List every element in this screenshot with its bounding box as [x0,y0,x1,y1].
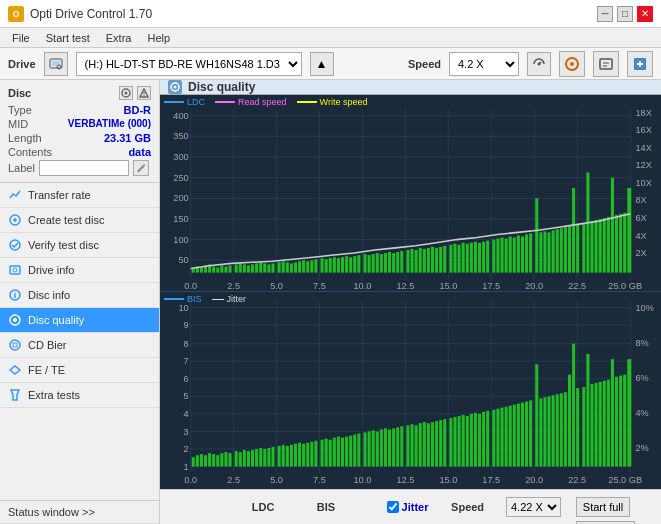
speed-select[interactable]: 4.2 X [449,52,519,76]
svg-rect-266 [384,429,387,467]
svg-rect-118 [396,252,399,273]
speed-icon-btn[interactable] [527,52,551,76]
svg-rect-128 [439,247,442,273]
label-input[interactable] [39,160,129,176]
svg-rect-90 [278,262,281,272]
svg-rect-272 [411,424,414,466]
verify-test-disc-icon [8,238,22,252]
sidebar-item-disc-info[interactable]: Disc info [0,283,159,308]
svg-rect-101 [325,259,328,272]
svg-text:2.5: 2.5 [227,475,240,485]
disc-info-icon [8,288,22,302]
menu-help[interactable]: Help [139,30,178,46]
svg-text:8X: 8X [635,195,646,205]
extra-tests-label: Extra tests [28,389,80,401]
svg-rect-134 [466,244,469,273]
speed-dropdown[interactable]: 4.22 X [506,497,561,517]
svg-rect-161 [582,223,585,273]
drive-label: Drive [8,58,36,70]
svg-rect-273 [415,425,418,466]
svg-rect-224 [204,455,207,466]
label-edit-btn[interactable] [133,160,149,176]
svg-rect-94 [294,262,297,272]
svg-rect-98 [310,260,313,272]
toolbar-btn1[interactable] [559,51,585,77]
svg-rect-100 [321,258,324,272]
start-full-button[interactable]: Start full [576,497,630,517]
sidebar-item-verify-test-disc[interactable]: Verify test disc [0,233,159,258]
svg-rect-131 [453,244,456,273]
transfer-rate-icon [8,188,22,202]
svg-text:17.5: 17.5 [482,281,500,291]
disc-panel-title: Disc [8,87,31,99]
start-part-button[interactable]: Start part [576,521,635,525]
svg-rect-237 [259,448,262,467]
close-button[interactable]: ✕ [637,6,653,22]
sidebar-item-extra-tests[interactable]: Extra tests [0,383,159,408]
svg-rect-300 [529,401,532,467]
menu-extra[interactable]: Extra [98,30,140,46]
chart-bottom: BIS Jitter [160,292,661,488]
svg-rect-253 [329,440,332,467]
menu-start-test[interactable]: Start test [38,30,98,46]
sidebar-item-drive-info[interactable]: Drive info [0,258,159,283]
svg-text:22.5: 22.5 [568,475,586,485]
svg-rect-136 [474,242,477,273]
svg-text:350: 350 [173,131,188,141]
svg-rect-88 [267,264,270,272]
toolbar-btn3[interactable] [627,51,653,77]
cd-bier-label: CD Bier [28,339,67,351]
svg-rect-221 [192,458,195,467]
svg-rect-158 [568,226,571,272]
svg-rect-80 [235,264,238,272]
menu-file[interactable]: File [4,30,38,46]
svg-text:2.5: 2.5 [227,281,240,291]
sidebar-item-create-test-disc[interactable]: Create test disc [0,208,159,233]
disc-icon-btn2[interactable] [137,86,151,100]
eject-button[interactable]: ▲ [310,52,334,76]
status-window-item[interactable]: Status window >> [0,501,159,524]
disc-quality-header: Disc quality [160,80,661,95]
svg-rect-270 [400,427,403,467]
toolbar-btn2[interactable] [593,51,619,77]
svg-rect-171 [623,213,626,273]
svg-rect-103 [333,257,336,272]
svg-text:12X: 12X [635,160,651,170]
svg-rect-231 [235,451,238,466]
svg-rect-228 [220,453,223,466]
svg-rect-139 [486,241,489,273]
svg-rect-222 [196,455,199,466]
jitter-checkbox[interactable] [387,501,399,513]
svg-rect-145 [513,238,516,273]
minimize-button[interactable]: ─ [597,6,613,22]
chart-top: LDC Read speed Write speed [160,95,661,292]
sidebar-item-disc-quality[interactable]: Disc quality [0,308,159,333]
svg-rect-305 [552,396,555,467]
svg-rect-285 [466,416,469,467]
svg-point-9 [125,92,128,95]
svg-text:300: 300 [173,152,188,162]
svg-rect-132 [458,245,461,273]
sidebar-item-transfer-rate[interactable]: Transfer rate [0,183,159,208]
svg-text:7.5: 7.5 [313,475,326,485]
svg-rect-154 [552,230,555,272]
svg-rect-264 [376,432,379,467]
drive-icon-btn[interactable] [44,52,68,76]
sidebar-item-cd-bier[interactable]: CD Bier [0,333,159,358]
length-label: Length [8,132,42,144]
svg-rect-149 [529,233,532,272]
svg-point-19 [10,340,20,350]
svg-rect-146 [517,235,520,272]
svg-rect-125 [427,248,430,273]
legend-ldc: LDC [187,97,205,107]
disc-icon-btn1[interactable] [119,86,133,100]
svg-text:200: 200 [173,193,188,203]
drive-select[interactable]: (H:) HL-DT-ST BD-RE WH16NS48 1.D3 [76,52,302,76]
titlebar: O Opti Drive Control 1.70 ─ □ ✕ [0,0,661,28]
sidebar-item-fe-te[interactable]: FE / TE [0,358,159,383]
svg-rect-289 [482,412,485,467]
maximize-button[interactable]: □ [617,6,633,22]
svg-text:100: 100 [173,235,188,245]
svg-rect-268 [392,429,395,467]
svg-rect-288 [478,414,481,467]
